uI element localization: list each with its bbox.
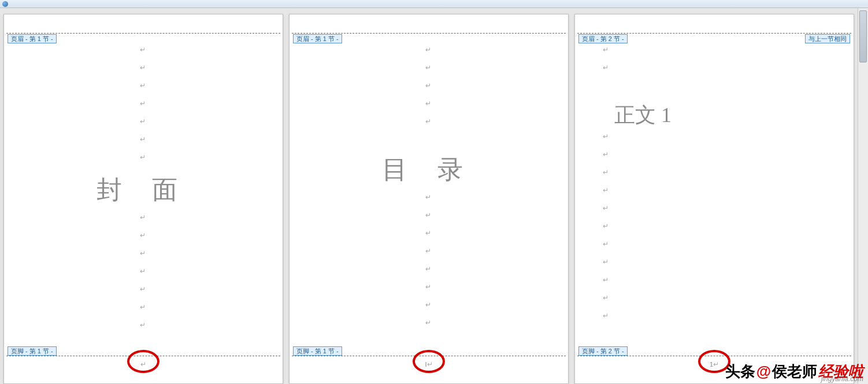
para-mark: ↵ [140,117,146,126]
vertical-scrollbar[interactable] [858,8,868,384]
footer-section-tag: 页脚 - 第 1 节 - [293,346,342,356]
header-boundary [292,33,566,34]
para-mark: ↵ [140,231,146,240]
paragraph-marks-lower: ↵ ↵ ↵ ↵ ↵ ↵ ↵ [140,213,146,330]
header-section-tag: 页眉 - 第 1 节 - [8,34,57,43]
para-mark: ↵ [425,301,431,309]
watermark-prefix: 头条 [725,361,755,382]
para-mark: ↵ [603,64,609,72]
para-mark: ↵ [603,186,609,195]
para-mark: ↵ [425,211,431,220]
para-mark: ↵ [603,294,609,302]
header-boundary [577,33,851,34]
watermark-at: @ [756,363,771,381]
para-mark: ↵ [140,267,146,276]
footer-section-tag: 页脚 - 第 1 节 - [8,346,57,356]
para-mark: ↵ [140,213,146,222]
para-mark: ↵ [603,312,609,320]
para-mark: ↵ [603,258,609,267]
paragraph-marks: ↵ ↵ [603,46,609,72]
para-mark: ↵ [140,303,146,312]
para-mark: ↵ [603,168,609,177]
page-3[interactable]: 页眉 - 第 2 节 - 与上一节相同 ↵ ↵ 正文 1 ↵ ↵ ↵ ↵ ↵ ↵… [574,14,854,384]
para-mark: ↵ [603,46,609,54]
paragraph-marks: ↵ ↵ ↵ ↵ ↵ [425,46,431,126]
para-mark: ↵ [425,46,431,54]
page-1[interactable]: 页眉 - 第 1 节 - ↵ ↵ ↵ ↵ ↵ ↵ ↵ 封面 ↵ ↵ ↵ ↵ ↵ … [3,14,283,384]
para-mark: ↵ [140,99,146,108]
para-mark: ↵ [425,117,431,126]
header-section-tag: 页眉 - 第 1 节 - [293,34,342,43]
para-mark: ↵ [140,64,146,72]
para-mark: ↵ [425,82,431,90]
annotation-circle-icon [413,350,445,373]
titlebar [0,0,868,8]
para-mark: ↵ [140,285,146,294]
page-content: ↵ ↵ 正文 1 ↵ ↵ ↵ ↵ ↵ ↵ ↵ ↵ ↵ ↵ ↵ [598,46,830,343]
header-boundary [6,33,280,34]
scrollbar-thumb[interactable] [859,10,867,62]
page-content: ↵ ↵ ↵ ↵ ↵ ↵ ↵ 封面 ↵ ↵ ↵ ↵ ↵ ↵ ↵ [27,46,259,343]
para-mark: ↵ [425,99,431,108]
para-mark: ↵ [140,82,146,90]
para-mark: ↵ [425,247,431,256]
annotation-circle-icon [127,350,159,373]
header-section-tag: 页眉 - 第 2 节 - [578,34,628,43]
para-mark: ↵ [425,319,431,327]
para-mark: ↵ [425,229,431,238]
page-2[interactable]: 页眉 - 第 1 节 - ↵ ↵ ↵ ↵ ↵ 目录 ↵ ↵ ↵ ↵ ↵ ↵ ↵ … [289,14,569,384]
paragraph-marks: ↵ ↵ ↵ ↵ ↵ ↵ ↵ [140,46,146,162]
para-mark: ↵ [603,276,609,285]
para-mark: ↵ [425,64,431,72]
watermark-url: jingyanla.com [821,375,863,383]
para-mark: ↵ [140,135,146,144]
same-as-previous-tag: 与上一节相同 [805,34,850,43]
para-mark: ↵ [425,265,431,274]
watermark-name: 侯老师 [772,361,817,382]
para-mark: ↵ [140,46,146,54]
para-mark: ↵ [425,283,431,291]
para-mark: ↵ [603,204,609,213]
para-mark: ↵ [425,193,431,202]
paragraph-marks-lower: ↵ ↵ ↵ ↵ ↵ ↵ ↵ ↵ ↵ ↵ ↵ [603,132,609,320]
para-mark: ↵ [603,222,609,231]
paragraph-marks-lower: ↵ ↵ ↵ ↵ ↵ ↵ ↵ ↵ [425,193,431,327]
page-content: ↵ ↵ ↵ ↵ ↵ 目录 ↵ ↵ ↵ ↵ ↵ ↵ ↵ ↵ [313,46,545,343]
page-title-text: 正文 1 [614,101,672,130]
page-title-text: 封面 [97,173,207,207]
para-mark: ↵ [140,321,146,330]
para-mark: ↵ [603,132,609,141]
para-mark: ↵ [603,240,609,249]
pages-container: 页眉 - 第 1 节 - ↵ ↵ ↵ ↵ ↵ ↵ ↵ 封面 ↵ ↵ ↵ ↵ ↵ … [0,8,858,384]
para-mark: ↵ [603,150,609,159]
app-orb-icon[interactable] [2,1,8,7]
footer-section-tag: 页脚 - 第 2 节 - [578,346,628,356]
para-mark: ↵ [140,249,146,258]
para-mark: ↵ [140,153,146,162]
page-title-text: 目录 [382,153,493,187]
